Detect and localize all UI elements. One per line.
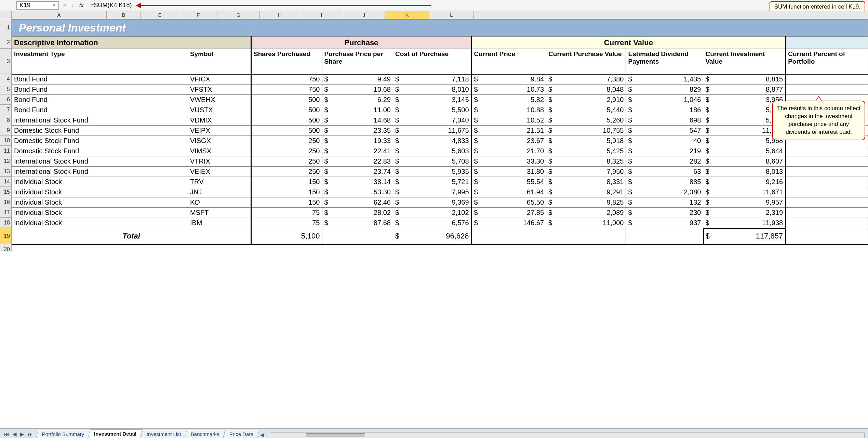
cell-pct[interactable] — [786, 167, 868, 177]
col-header-I[interactable]: I — [300, 11, 343, 19]
cell-div[interactable]: $186 — [626, 105, 703, 115]
cell-pct[interactable] — [786, 146, 868, 156]
cell-shares[interactable]: 750 — [251, 85, 322, 95]
cell-type[interactable]: Bond Fund — [12, 74, 188, 85]
hdr-cpv[interactable]: Current Purchase Value — [546, 49, 626, 74]
row-header-10[interactable]: 10 — [0, 136, 12, 146]
cell-shares[interactable]: 750 — [251, 74, 322, 85]
cell-symbol[interactable]: VUSTX — [188, 105, 251, 115]
cell-shares[interactable]: 150 — [251, 187, 322, 197]
cell-div[interactable]: $230 — [626, 208, 703, 218]
row-header-11[interactable]: 11 — [0, 146, 12, 156]
cell-div[interactable]: $2,380 — [626, 187, 703, 197]
cell-symbol[interactable]: VWEHX — [188, 95, 251, 105]
cell-div[interactable]: $1,046 — [626, 95, 703, 105]
cell-cprice[interactable]: $21.70 — [471, 146, 546, 156]
cell-pct[interactable] — [786, 177, 868, 187]
cell-civ[interactable]: $8,013 — [703, 167, 786, 177]
row-header-8[interactable]: 8 — [0, 115, 12, 125]
cell-cprice[interactable]: $33.30 — [471, 156, 546, 167]
row-header-17[interactable]: 17 — [0, 207, 12, 218]
row-header-20[interactable]: 20 — [0, 244, 12, 252]
cell-cpv[interactable]: $7,380 — [546, 74, 626, 85]
col-header-E[interactable]: E — [141, 11, 179, 19]
cell-shares[interactable]: 250 — [251, 136, 322, 146]
cell-pps[interactable]: $11.00 — [322, 105, 393, 115]
cell-symbol[interactable]: VFICX — [188, 74, 251, 85]
cell-pps[interactable]: $87.68 — [322, 218, 393, 228]
cell-cprice[interactable]: $55.54 — [471, 177, 546, 187]
section-descriptive[interactable]: Descriptive Information — [12, 37, 251, 49]
sheet-title[interactable]: Personal Investment — [12, 20, 251, 37]
cell-div[interactable]: $829 — [626, 85, 703, 95]
cell-symbol[interactable]: KO — [188, 197, 251, 208]
enter-icon[interactable]: ✓ — [70, 3, 77, 8]
total-blank-h[interactable] — [471, 228, 546, 245]
fx-icon[interactable]: fx — [78, 3, 85, 8]
cell-pps[interactable]: $19.33 — [322, 136, 393, 146]
hdr-cost[interactable]: Cost of Purchase — [393, 49, 471, 74]
total-shares[interactable]: 5,100 — [251, 228, 322, 245]
cell-cpv[interactable]: $9,291 — [546, 187, 626, 197]
cell-type[interactable]: Individual Stock — [12, 218, 188, 228]
cell-type[interactable]: International Stock Fund — [12, 156, 188, 167]
cell-symbol[interactable]: MSFT — [188, 208, 251, 218]
cell-shares[interactable]: 500 — [251, 95, 322, 105]
cell-pps[interactable]: $22.41 — [322, 146, 393, 156]
cell-cprice[interactable]: $10.73 — [471, 85, 546, 95]
total-label[interactable]: Total — [12, 228, 251, 245]
cell-symbol[interactable]: VDMIX — [188, 115, 251, 126]
hdr-symbol[interactable]: Symbol — [188, 49, 251, 74]
col-header-F[interactable]: F — [179, 11, 217, 19]
col-header-G[interactable]: G — [217, 11, 260, 19]
hdr-pct[interactable]: Current Percent of Portfolio — [786, 49, 868, 74]
cell-civ[interactable]: $9,957 — [703, 197, 786, 208]
row-header-15[interactable]: 15 — [0, 187, 12, 197]
cell-cost[interactable]: $7,340 — [393, 115, 471, 126]
hdr-cprice[interactable]: Current Price — [471, 49, 546, 74]
cell-symbol[interactable]: VTRIX — [188, 156, 251, 167]
cell-cost[interactable]: $2,102 — [393, 208, 471, 218]
total-blank-i[interactable] — [546, 228, 626, 245]
cell-type[interactable]: Individual Stock — [12, 187, 188, 197]
cell-symbol[interactable]: VFSTX — [188, 85, 251, 95]
cell-cprice[interactable]: $65.50 — [471, 197, 546, 208]
worksheet-table[interactable]: Personal Investment Descriptive Informat… — [12, 19, 868, 252]
cell-cost[interactable]: $5,935 — [393, 167, 471, 177]
total-cost[interactable]: $96,628 — [393, 228, 471, 245]
row-header-7[interactable]: 7 — [0, 105, 12, 115]
cell-shares[interactable]: 500 — [251, 115, 322, 126]
cell-div[interactable]: $885 — [626, 177, 703, 187]
cell-civ[interactable]: $2,319 — [703, 208, 786, 218]
cell-cpv[interactable]: $2,910 — [546, 95, 626, 105]
cell-type[interactable]: Domestic Stock Fund — [12, 136, 188, 146]
cell-cpv[interactable]: $10,755 — [546, 126, 626, 136]
cell-shares[interactable]: 500 — [251, 105, 322, 115]
cell-cpv[interactable]: $2,089 — [546, 208, 626, 218]
col-header-K[interactable]: K — [385, 11, 429, 19]
cell-cpv[interactable]: $9,825 — [546, 197, 626, 208]
cell-shares[interactable]: 150 — [251, 197, 322, 208]
name-box[interactable]: K19 ▼ — [16, 1, 59, 10]
row-header-12[interactable]: 12 — [0, 156, 12, 166]
cell-cpv[interactable]: $5,918 — [546, 136, 626, 146]
total-civ-selected[interactable]: $117,857 — [703, 228, 786, 245]
cell-cost[interactable]: $6,576 — [393, 218, 471, 228]
cell-type[interactable]: Bond Fund — [12, 105, 188, 115]
cell-pps[interactable]: $53.30 — [322, 187, 393, 197]
cell-type[interactable]: Bond Fund — [12, 85, 188, 95]
row-header-1[interactable]: 1 — [0, 19, 12, 36]
cell-div[interactable]: $282 — [626, 156, 703, 167]
select-all-corner[interactable] — [0, 11, 12, 19]
cell-type[interactable]: Individual Stock — [12, 208, 188, 218]
name-box-dropdown-icon[interactable]: ▼ — [52, 3, 56, 7]
cell-pps[interactable]: $23.74 — [322, 167, 393, 177]
cell-div[interactable]: $40 — [626, 136, 703, 146]
cell-civ[interactable]: $5,644 — [703, 146, 786, 156]
cell-type[interactable]: Individual Stock — [12, 197, 188, 208]
cell-cost[interactable]: $5,603 — [393, 146, 471, 156]
cell-cpv[interactable]: $8,331 — [546, 177, 626, 187]
row-header-18[interactable]: 18 — [0, 218, 12, 228]
cell-cprice[interactable]: $9.84 — [471, 74, 546, 85]
cell-div[interactable]: $132 — [626, 197, 703, 208]
